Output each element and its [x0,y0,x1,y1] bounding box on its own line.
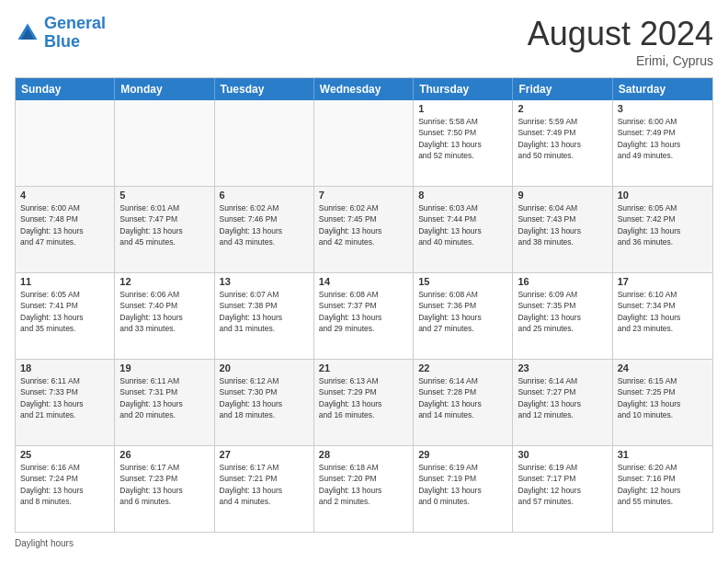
day-info: Sunrise: 6:17 AM Sunset: 7:21 PM Dayligh… [220,462,309,507]
day-number: 5 [119,190,209,201]
header: General Blue August 2024 Erimi, Cyprus [15,15,713,68]
calendar-cell: 6Sunrise: 6:02 AM Sunset: 7:46 PM Daylig… [215,187,314,272]
day-number: 12 [119,276,209,287]
day-info: Sunrise: 6:06 AM Sunset: 7:40 PM Dayligh… [119,289,209,334]
day-info: Sunrise: 6:08 AM Sunset: 7:37 PM Dayligh… [319,289,408,334]
calendar-cell: 15Sunrise: 6:08 AM Sunset: 7:36 PM Dayli… [414,273,513,359]
logo-icon [15,20,40,46]
day-info: Sunrise: 6:16 AM Sunset: 7:24 PM Dayligh… [20,462,109,507]
day-info: Sunrise: 6:14 AM Sunset: 7:27 PM Dayligh… [518,375,607,420]
day-info: Sunrise: 6:01 AM Sunset: 7:47 PM Dayligh… [119,202,209,247]
day-number: 15 [418,276,507,287]
day-number: 18 [20,362,109,373]
cal-header-day: Thursday [414,78,513,100]
day-number: 3 [618,103,708,114]
day-number: 24 [618,362,708,373]
calendar-cell: 9Sunrise: 6:04 AM Sunset: 7:43 PM Daylig… [513,187,612,272]
calendar-cell: 12Sunrise: 6:06 AM Sunset: 7:40 PM Dayli… [115,273,214,359]
calendar: SundayMondayTuesdayWednesdayThursdayFrid… [15,77,713,533]
day-number: 20 [220,362,309,373]
calendar-cell: 27Sunrise: 6:17 AM Sunset: 7:21 PM Dayli… [215,446,314,532]
calendar-cell: 31Sunrise: 6:20 AM Sunset: 7:16 PM Dayli… [613,446,712,532]
day-number: 27 [220,449,309,460]
calendar-cell [215,100,314,186]
calendar-cell: 25Sunrise: 6:16 AM Sunset: 7:24 PM Dayli… [16,446,115,532]
calendar-cell: 26Sunrise: 6:17 AM Sunset: 7:23 PM Dayli… [115,446,214,532]
calendar-cell: 20Sunrise: 6:12 AM Sunset: 7:30 PM Dayli… [215,360,314,445]
calendar-row: 1Sunrise: 5:58 AM Sunset: 7:50 PM Daylig… [16,100,712,187]
day-number: 31 [618,449,708,460]
day-info: Sunrise: 6:20 AM Sunset: 7:16 PM Dayligh… [618,462,708,507]
calendar-cell: 28Sunrise: 6:18 AM Sunset: 7:20 PM Dayli… [314,446,414,532]
calendar-cell: 7Sunrise: 6:02 AM Sunset: 7:45 PM Daylig… [314,187,414,272]
day-number: 14 [319,276,408,287]
day-info: Sunrise: 6:07 AM Sunset: 7:38 PM Dayligh… [220,289,309,334]
calendar-cell: 17Sunrise: 6:10 AM Sunset: 7:34 PM Dayli… [613,273,712,359]
day-info: Sunrise: 6:13 AM Sunset: 7:29 PM Dayligh… [319,375,408,420]
calendar-cell: 21Sunrise: 6:13 AM Sunset: 7:29 PM Dayli… [314,360,414,445]
day-info: Sunrise: 6:08 AM Sunset: 7:36 PM Dayligh… [418,289,507,334]
calendar-cell: 1Sunrise: 5:58 AM Sunset: 7:50 PM Daylig… [414,100,513,186]
day-number: 23 [518,362,607,373]
calendar-cell [16,100,115,186]
location: Erimi, Cyprus [528,53,713,68]
day-info: Sunrise: 6:04 AM Sunset: 7:43 PM Dayligh… [518,202,607,247]
day-number: 16 [518,276,607,287]
calendar-header: SundayMondayTuesdayWednesdayThursdayFrid… [16,78,712,100]
calendar-cell: 23Sunrise: 6:14 AM Sunset: 7:27 PM Dayli… [513,360,612,445]
month-title: August 2024 [528,15,713,53]
calendar-cell: 24Sunrise: 6:15 AM Sunset: 7:25 PM Dayli… [613,360,712,445]
calendar-cell [314,100,414,186]
day-number: 28 [319,449,408,460]
calendar-body: 1Sunrise: 5:58 AM Sunset: 7:50 PM Daylig… [16,100,712,532]
day-info: Sunrise: 6:00 AM Sunset: 7:49 PM Dayligh… [618,116,708,161]
day-info: Sunrise: 6:05 AM Sunset: 7:41 PM Dayligh… [20,289,109,334]
day-number: 21 [319,362,408,373]
calendar-cell: 30Sunrise: 6:19 AM Sunset: 7:17 PM Dayli… [513,446,612,532]
day-info: Sunrise: 6:02 AM Sunset: 7:46 PM Dayligh… [220,202,309,247]
cal-header-day: Wednesday [314,78,414,100]
day-info: Sunrise: 5:58 AM Sunset: 7:50 PM Dayligh… [418,116,507,161]
calendar-cell: 11Sunrise: 6:05 AM Sunset: 7:41 PM Dayli… [16,273,115,359]
footer-note-text: Daylight hours [15,538,74,548]
day-info: Sunrise: 6:17 AM Sunset: 7:23 PM Dayligh… [119,462,209,507]
day-info: Sunrise: 6:19 AM Sunset: 7:17 PM Dayligh… [518,462,607,507]
cal-header-day: Monday [115,78,214,100]
day-number: 26 [119,449,209,460]
calendar-cell: 5Sunrise: 6:01 AM Sunset: 7:47 PM Daylig… [115,187,214,272]
day-info: Sunrise: 6:05 AM Sunset: 7:42 PM Dayligh… [618,202,708,247]
day-number: 8 [418,190,507,201]
day-info: Sunrise: 6:10 AM Sunset: 7:34 PM Dayligh… [618,289,708,334]
calendar-cell: 19Sunrise: 6:11 AM Sunset: 7:31 PM Dayli… [115,360,214,445]
cal-header-day: Friday [513,78,612,100]
day-info: Sunrise: 6:03 AM Sunset: 7:44 PM Dayligh… [418,202,507,247]
day-number: 7 [319,190,408,201]
day-info: Sunrise: 6:00 AM Sunset: 7:48 PM Dayligh… [20,202,109,247]
day-info: Sunrise: 6:11 AM Sunset: 7:33 PM Dayligh… [20,375,109,420]
day-info: Sunrise: 6:14 AM Sunset: 7:28 PM Dayligh… [418,375,507,420]
calendar-cell: 4Sunrise: 6:00 AM Sunset: 7:48 PM Daylig… [16,187,115,272]
day-number: 1 [418,103,507,114]
calendar-row: 25Sunrise: 6:16 AM Sunset: 7:24 PM Dayli… [16,446,712,532]
day-number: 19 [119,362,209,373]
logo-text: General Blue [44,15,106,52]
page: General Blue August 2024 Erimi, Cyprus S… [0,0,728,563]
day-number: 4 [20,190,109,201]
calendar-cell: 18Sunrise: 6:11 AM Sunset: 7:33 PM Dayli… [16,360,115,445]
day-number: 11 [20,276,109,287]
calendar-cell: 22Sunrise: 6:14 AM Sunset: 7:28 PM Dayli… [414,360,513,445]
calendar-row: 11Sunrise: 6:05 AM Sunset: 7:41 PM Dayli… [16,273,712,360]
logo: General Blue [15,15,106,52]
day-info: Sunrise: 6:18 AM Sunset: 7:20 PM Dayligh… [319,462,408,507]
calendar-row: 18Sunrise: 6:11 AM Sunset: 7:33 PM Dayli… [16,360,712,446]
day-number: 17 [618,276,708,287]
day-info: Sunrise: 6:11 AM Sunset: 7:31 PM Dayligh… [119,375,209,420]
day-number: 9 [518,190,607,201]
day-number: 29 [418,449,507,460]
day-number: 6 [220,190,309,201]
calendar-cell: 16Sunrise: 6:09 AM Sunset: 7:35 PM Dayli… [513,273,612,359]
day-number: 13 [220,276,309,287]
day-info: Sunrise: 6:12 AM Sunset: 7:30 PM Dayligh… [220,375,309,420]
day-info: Sunrise: 6:19 AM Sunset: 7:19 PM Dayligh… [418,462,507,507]
title-block: August 2024 Erimi, Cyprus [528,15,713,68]
